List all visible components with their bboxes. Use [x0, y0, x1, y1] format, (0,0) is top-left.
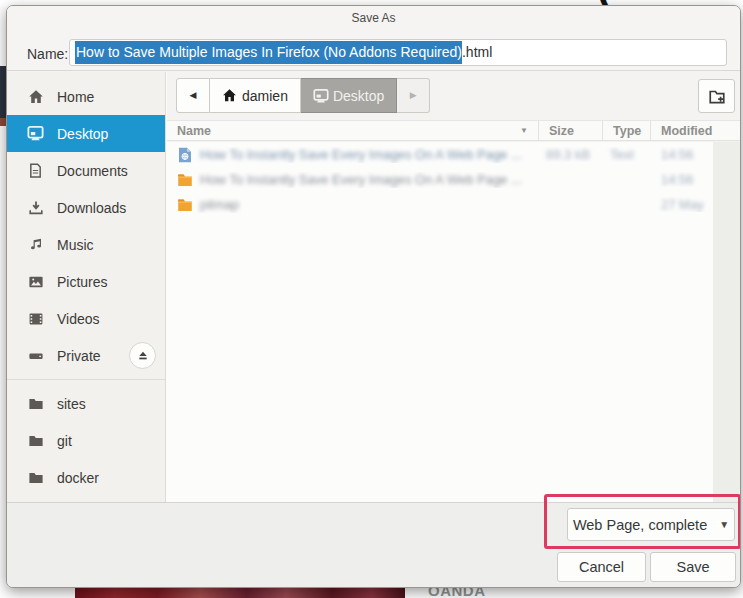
file-modified: 14:56: [661, 147, 694, 162]
path-crumb-label: damien: [242, 88, 288, 104]
path-bar: ◀ damien Desktop ▶: [176, 78, 430, 113]
file-name: How To Instantly Save Every Images On A …: [200, 147, 522, 162]
file-type-dropdown[interactable]: Web Page, complete ▼: [567, 508, 735, 541]
music-icon: [27, 236, 44, 253]
places-sidebar: Home Desktop Documents: [7, 72, 166, 504]
filename-input[interactable]: How to Save Multiple Images In Firefox (…: [69, 39, 727, 66]
sidebar-item-label: Desktop: [57, 126, 108, 142]
sidebar-item-label: docker: [57, 470, 99, 486]
file-list: How To Instantly Save Every Images On A …: [167, 142, 740, 504]
screen: EVERY IMAGES IN FIREFOX (NO ADDONS REQUI…: [0, 0, 743, 598]
desktop-icon: [27, 125, 44, 142]
dialog-header: Save As Name: How to Save Multiple Image…: [7, 6, 740, 71]
sidebar-item-documents[interactable]: Documents: [7, 152, 165, 189]
sidebar-item-label: Music: [57, 237, 94, 253]
sidebar-item-git[interactable]: git: [7, 422, 165, 459]
file-size: 89.3 kB: [546, 147, 590, 162]
sidebar-item-label: Home: [57, 89, 94, 105]
folder-icon: [177, 172, 193, 188]
sidebar-item-private[interactable]: Private: [7, 337, 165, 374]
sort-descending-icon: ▼: [520, 126, 528, 135]
sidebar-item-label: sites: [57, 396, 86, 412]
sidebar-separator: [7, 379, 165, 380]
drive-icon: [27, 347, 44, 364]
column-header-size[interactable]: Size: [538, 121, 602, 140]
file-row[interactable]: How To Instantly Save Every Images On A …: [167, 167, 740, 192]
sidebar-item-label: Videos: [57, 311, 100, 327]
name-label: Name:: [27, 46, 68, 62]
scrollbar-gutter: [713, 142, 740, 504]
file-name: How To Instantly Save Every Images On A …: [200, 172, 522, 187]
column-header-type[interactable]: Type: [602, 121, 650, 140]
dialog-body: Home Desktop Documents: [7, 72, 740, 504]
new-folder-icon: [708, 87, 726, 105]
file-modified: 27 May: [661, 197, 704, 212]
file-row[interactable]: pitmap 27 May: [167, 192, 740, 217]
path-crumb-label: Desktop: [333, 88, 384, 104]
home-icon: [222, 88, 238, 104]
sidebar-item-docker[interactable]: docker: [7, 459, 165, 496]
dialog-footer: Web Page, complete ▼ Cancel Save: [7, 502, 740, 587]
save-button[interactable]: Save: [650, 552, 736, 582]
back-arrow-icon: ◀: [190, 91, 197, 100]
sidebar-item-label: Pictures: [57, 274, 108, 290]
background-photo: [75, 588, 405, 598]
sidebar-item-home[interactable]: Home: [7, 78, 165, 115]
forward-arrow-icon: ▶: [410, 91, 417, 100]
file-name: pitmap: [200, 197, 239, 212]
file-row[interactable]: How To Instantly Save Every Images On A …: [167, 142, 740, 167]
sidebar-item-downloads[interactable]: Downloads: [7, 189, 165, 226]
file-type: Text: [610, 147, 634, 162]
column-header-name[interactable]: Name ▼: [167, 121, 538, 140]
sidebar-item-music[interactable]: Music: [7, 226, 165, 263]
eject-button[interactable]: [129, 342, 156, 369]
video-icon: [27, 310, 44, 327]
folder-icon: [27, 395, 44, 412]
path-crumb-home[interactable]: damien: [210, 78, 301, 113]
sidebar-item-label: git: [57, 433, 72, 449]
dialog-title: Save As: [7, 11, 740, 25]
desktop-icon: [313, 88, 329, 104]
path-back-button[interactable]: ◀: [176, 78, 210, 113]
html-file-icon: [177, 147, 193, 163]
file-browser-pane: ◀ damien Desktop ▶: [167, 72, 740, 504]
sidebar-item-label: Private: [57, 348, 101, 364]
file-modified: 14:56: [661, 172, 694, 187]
save-as-dialog: Save As Name: How to Save Multiple Image…: [6, 5, 741, 588]
sidebar-item-videos[interactable]: Videos: [7, 300, 165, 337]
background-page-bottom: OANDA: [0, 587, 743, 598]
chevron-down-icon: ▼: [719, 519, 729, 530]
sidebar-item-label: Documents: [57, 163, 128, 179]
column-header-modified[interactable]: Modified: [650, 121, 740, 140]
sidebar-item-label: Downloads: [57, 200, 126, 216]
folder-icon: [27, 469, 44, 486]
filename-selected-text: How to Save Multiple Images In Firefox (…: [75, 41, 462, 64]
folder-icon: [27, 432, 44, 449]
new-folder-button[interactable]: [698, 79, 735, 113]
path-forward-button[interactable]: ▶: [397, 78, 430, 113]
path-crumb-desktop[interactable]: Desktop: [301, 78, 397, 113]
home-icon: [27, 88, 44, 105]
folder-icon: [177, 197, 193, 213]
document-icon: [27, 162, 44, 179]
sidebar-item-sites[interactable]: sites: [7, 385, 165, 422]
filename-extension: .html: [462, 44, 492, 60]
download-icon: [27, 199, 44, 216]
cancel-button[interactable]: Cancel: [557, 552, 646, 582]
sidebar-item-pictures[interactable]: Pictures: [7, 263, 165, 300]
picture-icon: [27, 273, 44, 290]
sidebar-item-desktop[interactable]: Desktop: [7, 115, 165, 152]
file-type-value: Web Page, complete: [573, 517, 707, 533]
list-column-headers: Name ▼ Size Type Modified: [167, 120, 740, 141]
